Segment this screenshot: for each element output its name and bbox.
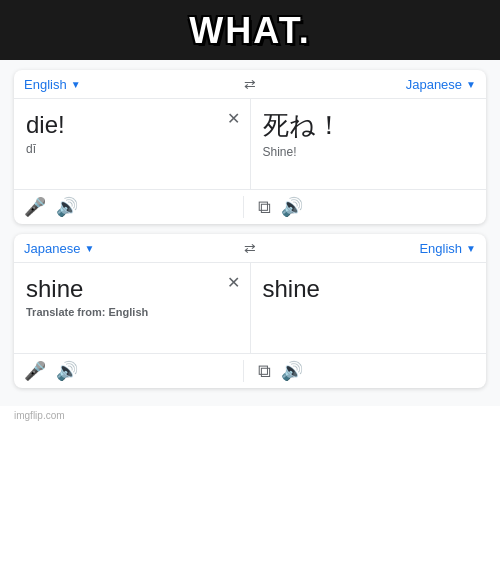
dropdown-icon-left-2: ▼ — [84, 243, 94, 254]
lang-label-english-1: English — [24, 77, 67, 92]
lang-right-1[interactable]: Japanese ▼ — [264, 77, 476, 92]
cards-area: English ▼ ⇄ Japanese ▼ die! dī ✕ 死ね！ Shi… — [0, 60, 500, 406]
title-bar: WHAT. — [0, 0, 500, 60]
icon-bar-right-1: ⧉ 🔊 — [243, 196, 477, 218]
translator-card-1: English ▼ ⇄ Japanese ▼ die! dī ✕ 死ね！ Shi… — [14, 70, 486, 224]
lang-bar-1: English ▼ ⇄ Japanese ▼ — [14, 70, 486, 99]
copy-button-1[interactable]: ⧉ — [258, 197, 271, 218]
swap-icon-1: ⇄ — [244, 76, 256, 92]
translate-from-lang: English — [109, 306, 149, 318]
translate-from-label: Translate from: English — [26, 306, 238, 318]
output-text-ja-1: 死ね！ — [263, 109, 475, 143]
imgflip-label: imgflip.com — [14, 410, 65, 421]
translator-card-2: Japanese ▼ ⇄ English ▼ shine Translate f… — [14, 234, 486, 388]
lang-left-2[interactable]: Japanese ▼ — [24, 241, 236, 256]
input-phonetic-1: dī — [26, 142, 238, 156]
output-text-en-2: shine — [263, 273, 475, 304]
lang-left-1[interactable]: English ▼ — [24, 77, 236, 92]
clear-button-1[interactable]: ✕ — [227, 109, 240, 128]
microphone-button-1[interactable]: 🎤 — [24, 196, 46, 218]
lang-swap-1[interactable]: ⇄ — [236, 76, 264, 92]
text-right-2: shine — [251, 263, 487, 353]
icon-bar-left-2: 🎤 🔊 — [24, 360, 243, 382]
swap-icon-2: ⇄ — [244, 240, 256, 256]
dropdown-icon-right-1: ▼ — [466, 79, 476, 90]
speaker-output-button-1[interactable]: 🔊 — [281, 196, 303, 218]
microphone-button-2[interactable]: 🎤 — [24, 360, 46, 382]
text-right-1: 死ね！ Shine! — [251, 99, 487, 189]
speaker-button-1[interactable]: 🔊 — [56, 196, 78, 218]
speaker-output-button-2[interactable]: 🔊 — [281, 360, 303, 382]
lang-right-2[interactable]: English ▼ — [264, 241, 476, 256]
dropdown-icon-left-1: ▼ — [71, 79, 81, 90]
copy-button-2[interactable]: ⧉ — [258, 361, 271, 382]
lang-swap-2[interactable]: ⇄ — [236, 240, 264, 256]
lang-label-english-2: English — [419, 241, 462, 256]
page-title: WHAT. — [189, 10, 310, 51]
lang-bar-2: Japanese ▼ ⇄ English ▼ — [14, 234, 486, 263]
icon-bar-1: 🎤 🔊 ⧉ 🔊 — [14, 189, 486, 224]
translate-from-prefix: Translate from: — [26, 306, 109, 318]
lang-label-japanese-1: Japanese — [406, 77, 462, 92]
text-row-2: shine Translate from: English ✕ shine — [14, 263, 486, 353]
icon-bar-right-2: ⧉ 🔊 — [243, 360, 477, 382]
bottom-bar: imgflip.com — [0, 406, 500, 425]
clear-button-2[interactable]: ✕ — [227, 273, 240, 292]
dropdown-icon-right-2: ▼ — [466, 243, 476, 254]
text-left-1: die! dī ✕ — [14, 99, 251, 189]
speaker-button-2[interactable]: 🔊 — [56, 360, 78, 382]
input-text-2: shine — [26, 273, 238, 304]
lang-label-japanese-2: Japanese — [24, 241, 80, 256]
text-row-1: die! dī ✕ 死ね！ Shine! — [14, 99, 486, 189]
icon-bar-2: 🎤 🔊 ⧉ 🔊 — [14, 353, 486, 388]
output-subtext-1: Shine! — [263, 145, 475, 159]
text-left-2: shine Translate from: English ✕ — [14, 263, 251, 353]
icon-bar-left-1: 🎤 🔊 — [24, 196, 243, 218]
input-text-1: die! — [26, 109, 238, 140]
